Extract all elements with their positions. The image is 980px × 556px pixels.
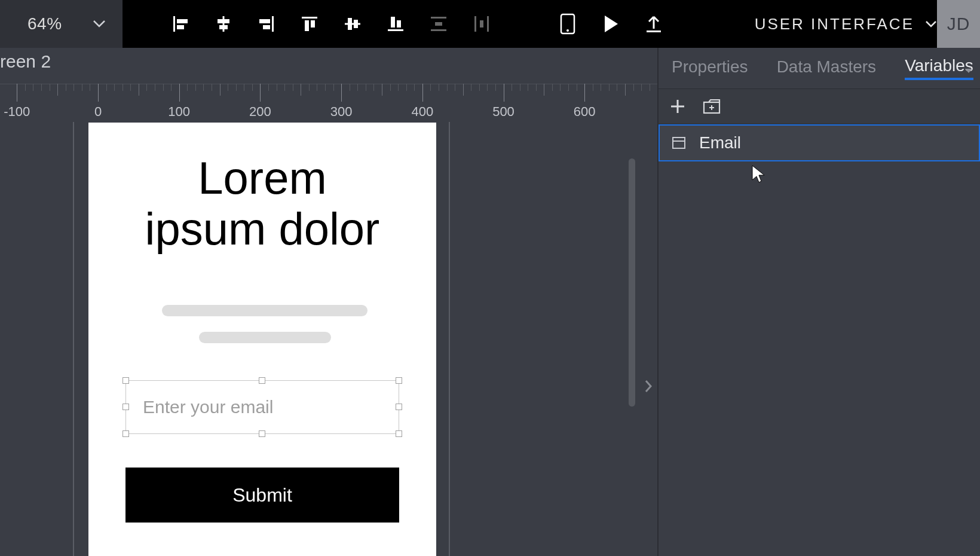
align-bottom-button[interactable]	[385, 14, 406, 34]
svg-rect-2	[177, 25, 184, 29]
align-center-h-button[interactable]	[213, 14, 234, 34]
zoom-selector[interactable]: 64%	[0, 0, 122, 48]
ruler-tick-label: 400	[411, 104, 433, 120]
svg-rect-5	[219, 25, 228, 29]
top-toolbar: 64%	[0, 0, 980, 48]
svg-rect-21	[474, 16, 476, 32]
svg-rect-9	[302, 17, 317, 19]
add-folder-button[interactable]	[703, 99, 721, 114]
svg-rect-0	[173, 16, 175, 32]
tab-overflow-icon[interactable]	[964, 68, 973, 74]
svg-rect-15	[388, 29, 403, 31]
variable-type-icon	[672, 136, 686, 150]
ruler-tick-label: 600	[574, 104, 596, 120]
resize-handle-bm[interactable]	[259, 430, 265, 437]
variable-name: Email	[699, 133, 741, 152]
align-top-button[interactable]	[299, 14, 320, 34]
svg-rect-23	[480, 20, 483, 28]
add-variable-button[interactable]	[669, 98, 686, 115]
chevron-down-icon	[925, 20, 937, 28]
resize-handle-tr[interactable]	[396, 377, 402, 384]
artboard-guide-left	[73, 122, 74, 556]
resize-handle-tl[interactable]	[122, 377, 129, 384]
svg-rect-20	[435, 22, 442, 26]
svg-rect-26	[647, 30, 661, 32]
canvas-scrollbar[interactable]	[629, 158, 635, 407]
upload-button[interactable]	[644, 14, 664, 34]
heading-line2: ipsum dolor	[145, 203, 380, 254]
svg-rect-19	[431, 29, 446, 31]
resize-handle-mr[interactable]	[396, 404, 402, 410]
play-button[interactable]	[601, 14, 621, 34]
artboard[interactable]: Lorem ipsum dolor Enter your email Submi…	[88, 123, 436, 556]
ruler-tick-label: 300	[330, 104, 353, 120]
panel-collapse-toggle[interactable]	[644, 380, 653, 393]
resize-handle-ml[interactable]	[122, 404, 129, 410]
svg-rect-12	[345, 23, 360, 25]
svg-rect-3	[223, 16, 225, 32]
svg-rect-6	[272, 16, 274, 32]
distribute-h-button[interactable]	[471, 14, 492, 34]
tab-data-masters[interactable]: Data Masters	[777, 57, 877, 79]
user-avatar[interactable]: JD	[937, 0, 980, 48]
svg-rect-16	[391, 17, 395, 28]
distribute-v-button[interactable]	[428, 14, 449, 34]
svg-rect-22	[487, 16, 489, 32]
heading-line1: Lorem	[198, 152, 326, 203]
canvas-submit-button[interactable]: Submit	[125, 468, 399, 523]
svg-rect-11	[311, 20, 315, 28]
resize-handle-tm[interactable]	[259, 377, 265, 384]
run-tools	[558, 14, 664, 34]
svg-rect-7	[259, 19, 270, 23]
svg-rect-18	[431, 17, 446, 19]
svg-rect-8	[263, 25, 270, 29]
mode-label: USER INTERFACE	[755, 15, 914, 33]
svg-point-25	[566, 29, 569, 32]
tab-properties[interactable]: Properties	[672, 57, 748, 79]
submit-label: Submit	[232, 484, 292, 506]
ruler-tick-label: 0	[94, 104, 102, 120]
ruler-tick-label: 100	[168, 104, 190, 120]
align-middle-v-button[interactable]	[342, 14, 363, 34]
resize-handle-br[interactable]	[396, 430, 402, 437]
align-right-button[interactable]	[256, 14, 277, 34]
device-preview-button[interactable]	[558, 14, 578, 34]
side-panel: Properties Data Masters Variables Email	[657, 48, 980, 556]
align-left-button[interactable]	[170, 14, 191, 34]
skeleton-line[interactable]	[199, 332, 331, 343]
ruler-tick-label: -100	[4, 104, 30, 120]
zoom-value: 64%	[27, 14, 62, 33]
svg-rect-14	[354, 20, 358, 28]
svg-rect-28	[673, 138, 685, 148]
variable-row-email[interactable]: Email	[659, 124, 980, 161]
align-tools	[170, 14, 492, 34]
input-placeholder-text: Enter your email	[143, 397, 273, 417]
mode-selector[interactable]: USER INTERFACE	[755, 0, 937, 48]
chevron-down-icon	[93, 20, 106, 28]
user-initials: JD	[947, 14, 970, 34]
tab-variables[interactable]: Variables	[905, 56, 973, 80]
variables-toolbar	[659, 88, 980, 124]
svg-rect-1	[177, 19, 188, 23]
skeleton-line[interactable]	[162, 305, 368, 316]
artboard-guide-right	[449, 122, 450, 556]
panel-tabs: Properties Data Masters Variables	[659, 48, 980, 88]
screen-name-label: reen 2	[0, 51, 51, 72]
horizontal-ruler: -1000100200300400500600	[0, 84, 657, 122]
resize-handle-bl[interactable]	[122, 430, 129, 437]
svg-rect-13	[348, 18, 352, 30]
svg-rect-17	[397, 20, 401, 28]
canvas-heading[interactable]: Lorem ipsum dolor	[88, 152, 436, 254]
svg-rect-4	[218, 19, 229, 23]
ruler-tick-label: 200	[249, 104, 271, 120]
canvas-input-selected[interactable]: Enter your email	[125, 380, 399, 434]
svg-rect-10	[305, 20, 309, 31]
ruler-tick-label: 500	[492, 104, 514, 120]
